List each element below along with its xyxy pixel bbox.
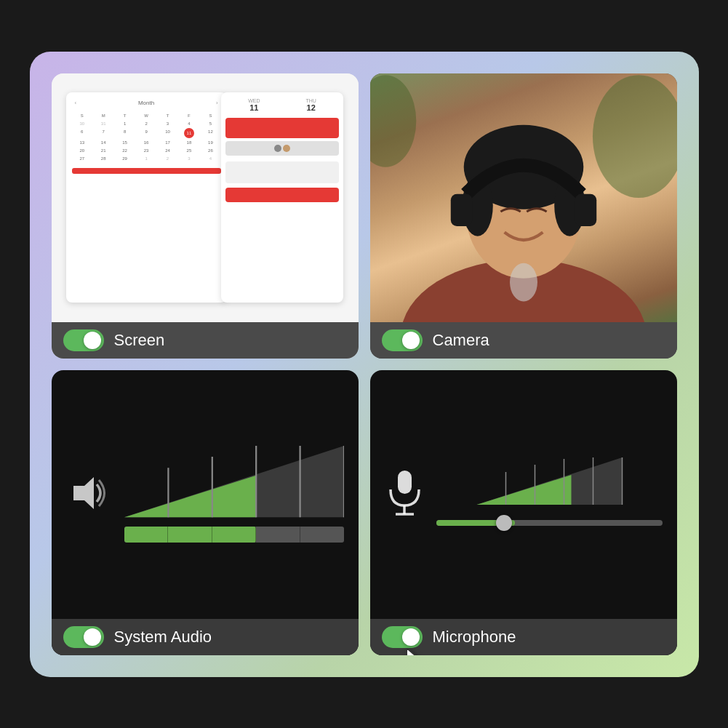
- camera-footer: Camera: [370, 322, 677, 359]
- audio-footer: System Audio: [52, 619, 359, 655]
- system-audio-toggle-thumb: [84, 628, 101, 646]
- microphone-toggle[interactable]: [382, 626, 423, 648]
- microphone-toggle-thumb: [402, 628, 420, 646]
- mic-meter-content: [370, 370, 677, 619]
- camera-label: Camera: [433, 331, 489, 350]
- svg-rect-8: [450, 193, 472, 225]
- schedule-preview: WED 11 THU 12: [221, 92, 344, 303]
- screen-card: ‹ Month › S M T W T F S 3031 12345: [52, 73, 359, 359]
- microphone-label: Microphone: [433, 628, 516, 647]
- camera-toggle-thumb: [402, 332, 420, 349]
- audio-meter-visual: [124, 446, 344, 542]
- camera-toggle[interactable]: [382, 329, 423, 351]
- sched-day2-num: 12: [306, 103, 316, 112]
- camera-preview-area: [370, 73, 677, 322]
- svg-marker-11: [73, 477, 94, 509]
- audio-meter-content: [52, 370, 359, 619]
- system-audio-label: System Audio: [114, 628, 212, 647]
- microphone-icon: [385, 469, 425, 519]
- mic-slider-thumb[interactable]: [496, 515, 512, 531]
- calendar-preview: ‹ Month › S M T W T F S 3031 12345: [66, 92, 227, 303]
- speaker-icon: [66, 471, 110, 518]
- sched-day2-label: THU: [306, 98, 316, 103]
- svg-point-1: [370, 75, 416, 167]
- screen-footer: Screen: [52, 322, 359, 359]
- sched-day1-num: 11: [248, 103, 260, 112]
- microphone-card: Microphone: [370, 370, 677, 655]
- sched-day1-label: WED: [248, 98, 260, 103]
- svg-point-0: [592, 75, 676, 198]
- screen-preview-area: ‹ Month › S M T W T F S 3031 12345: [52, 73, 359, 322]
- screen-label: Screen: [114, 331, 165, 350]
- screen-toggle[interactable]: [63, 329, 104, 351]
- svg-rect-9: [575, 193, 596, 225]
- svg-point-10: [510, 263, 537, 301]
- system-audio-card: System Audio: [52, 370, 359, 655]
- mic-footer: Microphone: [370, 619, 677, 655]
- camera-card: Camera: [370, 73, 677, 359]
- svg-rect-19: [398, 471, 412, 494]
- mic-meter-visual: [436, 457, 663, 531]
- system-audio-toggle[interactable]: [63, 626, 104, 648]
- main-container: ‹ Month › S M T W T F S 3031 12345: [30, 52, 699, 677]
- screen-toggle-thumb: [84, 332, 101, 349]
